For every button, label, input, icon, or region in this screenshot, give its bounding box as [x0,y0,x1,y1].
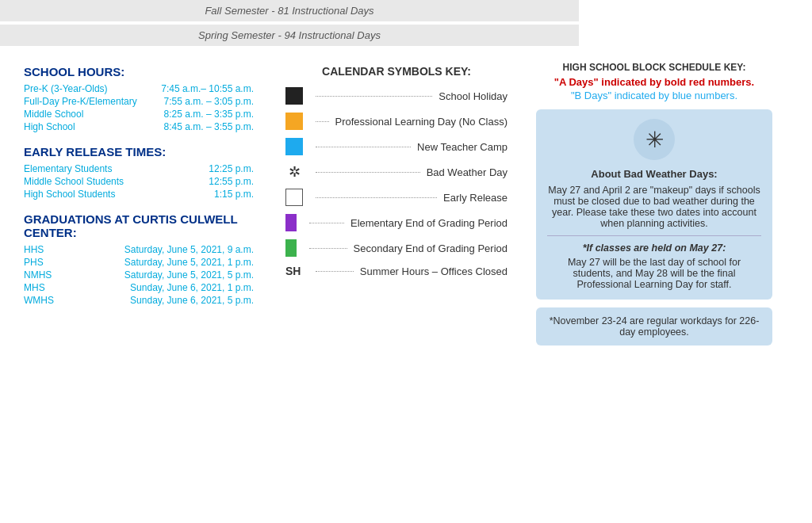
purple-bar-icon [285,214,297,231]
fullday-label: Full-Day Pre-K/Elementary [24,96,137,107]
symbol-prof-learning: Professional Learning Day (No Class) [285,113,508,130]
early-release-title: EARLY RELEASE TIMES: [24,145,254,158]
symbol-elementary-grading: Elementary End of Grading Period [285,214,508,231]
middle-students-label: Middle School Students [24,176,124,187]
wmhs-label: WMHS [24,295,54,306]
left-panel: SCHOOL HOURS: Pre-K (3-Year-Olds) 7:45 a… [0,57,270,350]
november-text: *November 23-24 are regular workdays for… [550,315,760,338]
high-label: High School [24,121,75,132]
main-layout: SCHOOL HOURS: Pre-K (3-Year-Olds) 7:45 a… [0,49,812,358]
mhs-row: MHS Sunday, June 6, 2021, 1 p.m. [24,282,254,293]
secondary-grading-label: Secondary End of Grading Period [354,242,508,254]
graduations-title: GRADUATIONS AT CURTIS CULWELL CENTER: [24,212,254,239]
elem-students-label: Elementary Students [24,163,112,174]
phs-label: PHS [24,257,44,268]
middle-students-value: 12:55 p.m. [209,176,254,187]
black-box-icon [285,87,303,105]
summer-hours-label: Summer Hours – Offices Closed [360,265,508,277]
elem-students-value: 12:25 p.m. [209,163,254,174]
symbol-early-release: Early Release [285,189,508,206]
center-panel: CALENDAR SYMBOLS KEY: School Holiday Pro… [270,57,523,350]
prek-value: 7:45 a.m.– 10:55 a.m. [161,83,254,94]
green-bar-icon [285,239,297,257]
fullday-value: 7:55 a.m. – 3:05 p.m. [164,96,254,107]
middle-students-row: Middle School Students 12:55 p.m. [24,176,254,187]
prek-label: Pre-K (3-Year-Olds) [24,83,108,94]
blue-box-icon [285,138,303,155]
phs-value: Saturday, June 5, 2021, 1 p.m. [124,257,254,268]
bad-weather-box: ✳ About Bad Weather Days: May 27 and Apr… [536,109,772,300]
phs-row: PHS Saturday, June 5, 2021, 1 p.m. [24,257,254,268]
elem-students-row: Elementary Students 12:25 p.m. [24,163,254,174]
fall-semester-bar: Fall Semester - 81 Instructional Days [0,0,579,21]
asterisk-icon: ✲ [285,163,303,181]
symbol-secondary-grading: Secondary End of Grading Period [285,239,508,257]
mhs-value: Sunday, June 6, 2021, 1 p.m. [130,282,254,293]
right-panel: HIGH SCHOOL BLOCK SCHEDULE KEY: "A Days"… [523,57,785,350]
middle-value: 8:25 a.m. – 3:35 p.m. [164,109,254,120]
divider-1 [547,235,761,236]
symbol-summer-hours: SH Summer Hours – Offices Closed [285,265,508,277]
new-teacher-label: New Teacher Camp [417,141,508,153]
high-students-label: High School Students [24,189,115,200]
may27-box: *If classes are held on May 27: May 27 w… [547,242,761,290]
hhs-value: Saturday, June 5, 2021, 9 a.m. [124,244,254,255]
school-hours-rows: Pre-K (3-Year-Olds) 7:45 a.m.– 10:55 a.m… [24,83,254,132]
early-release-rows: Elementary Students 12:25 p.m. Middle Sc… [24,163,254,200]
spring-semester-bar: Spring Semester - 94 Instructional Days [0,25,579,46]
calendar-symbols-title: CALENDAR SYMBOLS KEY: [285,65,508,78]
symbol-new-teacher: New Teacher Camp [285,138,508,155]
high-students-value: 1:15 p.m. [214,189,254,200]
nmhs-label: NMHS [24,269,52,281]
nmhs-row: NMHS Saturday, June 5, 2021, 5 p.m. [24,269,254,281]
sh-icon: SH [285,265,303,277]
prof-learning-label: Professional Learning Day (No Class) [335,116,508,128]
middle-label: Middle School [24,109,83,120]
block-schedule-title: HIGH SCHOOL BLOCK SCHEDULE KEY: [536,62,772,73]
middle-row: Middle School 8:25 a.m. – 3:35 p.m. [24,109,254,120]
high-row: High School 8:45 a.m. – 3:55 p.m. [24,121,254,132]
wmhs-row: WMHS Sunday, June 6, 2021, 5 p.m. [24,295,254,306]
nmhs-value: Saturday, June 5, 2021, 5 p.m. [124,269,254,281]
symbol-school-holiday: School Holiday [285,87,508,105]
spring-semester-label: Spring Semester - 94 Instructional Days [198,29,381,41]
hhs-label: HHS [24,244,44,255]
hhs-row: HHS Saturday, June 5, 2021, 9 a.m. [24,244,254,255]
orange-box-icon [285,113,303,130]
semester-bars: Fall Semester - 81 Instructional Days Sp… [0,0,812,46]
wmhs-value: Sunday, June 6, 2021, 5 p.m. [130,295,254,306]
snowflake-icon: ✳ [634,119,675,160]
school-hours-title: SCHOOL HOURS: [24,65,254,78]
elementary-grading-label: Elementary End of Grading Period [350,217,508,229]
may27-title: *If classes are held on May 27: [547,242,761,254]
high-students-row: High School Students 1:15 p.m. [24,189,254,200]
fall-semester-label: Fall Semester - 81 Instructional Days [205,5,373,17]
symbol-bad-weather: ✲ Bad Weather Day [285,163,508,181]
november-box: *November 23-24 are regular workdays for… [536,307,772,345]
block-schedule-bdays: "B Days" indicated by blue numbers. [536,90,772,101]
bad-weather-label: Bad Weather Day [427,166,508,178]
block-schedule-adays: "A Days" indicated by bold red numbers. [536,76,772,88]
prek-row: Pre-K (3-Year-Olds) 7:45 a.m.– 10:55 a.m… [24,83,254,94]
may27-body: May 27 will be the last day of school fo… [547,257,761,290]
early-release-label: Early Release [443,192,508,204]
school-holiday-label: School Holiday [439,90,508,102]
outline-box-icon [285,189,303,206]
mhs-label: MHS [24,282,45,293]
graduations-rows: HHS Saturday, June 5, 2021, 9 a.m. PHS S… [24,244,254,306]
fullday-row: Full-Day Pre-K/Elementary 7:55 a.m. – 3:… [24,96,254,107]
high-value: 8:45 a.m. – 3:55 p.m. [164,121,254,132]
bad-weather-box-body: May 27 and April 2 are "makeup" days if … [547,185,761,229]
bad-weather-box-title: About Bad Weather Days: [547,168,761,180]
